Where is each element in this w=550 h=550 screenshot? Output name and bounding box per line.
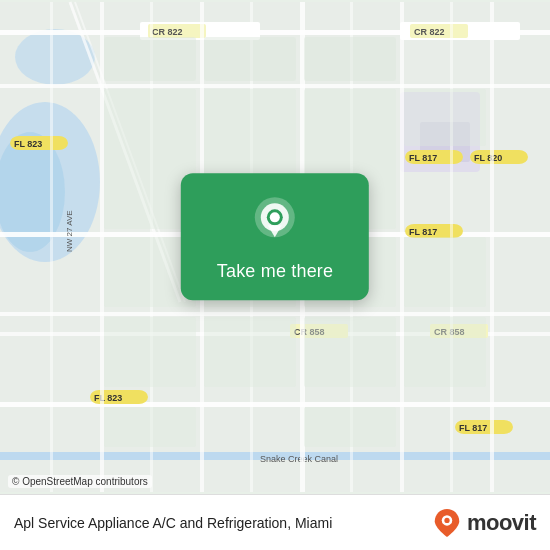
bottom-bar: Apl Service Appliance A/C and Refrigerat… [0,494,550,550]
take-me-there-button[interactable]: Take me there [217,261,333,282]
moovit-pin-icon [433,509,461,537]
svg-rect-58 [204,317,296,387]
moovit-logo: moovit [433,509,536,537]
business-name: Apl Service Appliance A/C and Refrigerat… [14,515,332,531]
moovit-text: moovit [467,510,536,536]
svg-rect-45 [50,2,53,492]
map-container: Snake Creek Canal CR 822 CR 822 FL 817 [0,0,550,494]
svg-rect-40 [490,2,494,492]
svg-point-72 [444,517,449,522]
svg-text:CR 822: CR 822 [152,27,183,37]
svg-text:CR 822: CR 822 [414,27,445,37]
svg-rect-63 [104,407,196,447]
svg-text:NW 27 AVE: NW 27 AVE [65,210,74,252]
svg-text:FL 817: FL 817 [459,423,487,433]
app: Snake Creek Canal CR 822 CR 822 FL 817 [0,0,550,550]
svg-rect-57 [104,317,196,387]
svg-text:Snake Creek Canal: Snake Creek Canal [260,454,338,464]
svg-rect-50 [304,37,396,81]
svg-text:FL 823: FL 823 [14,139,42,149]
svg-rect-60 [404,237,486,307]
svg-rect-48 [104,37,196,81]
svg-rect-39 [400,2,404,492]
svg-rect-62 [404,317,486,387]
location-card[interactable]: Take me there [181,173,369,300]
business-info: Apl Service Appliance A/C and Refrigerat… [14,515,332,531]
location-pin-icon [251,195,299,251]
svg-text:FL 817: FL 817 [409,153,437,163]
svg-rect-23 [0,312,550,316]
svg-text:FL 817: FL 817 [409,227,437,237]
svg-rect-54 [404,89,486,146]
svg-rect-29 [0,402,550,407]
map-attribution: © OpenStreetMap contributors [8,475,152,488]
svg-text:FL 820: FL 820 [474,153,502,163]
svg-rect-15 [0,84,550,88]
svg-text:FL 823: FL 823 [94,393,122,403]
svg-rect-61 [304,317,396,387]
svg-rect-49 [204,37,296,81]
svg-point-69 [270,212,280,222]
svg-rect-64 [304,407,396,447]
